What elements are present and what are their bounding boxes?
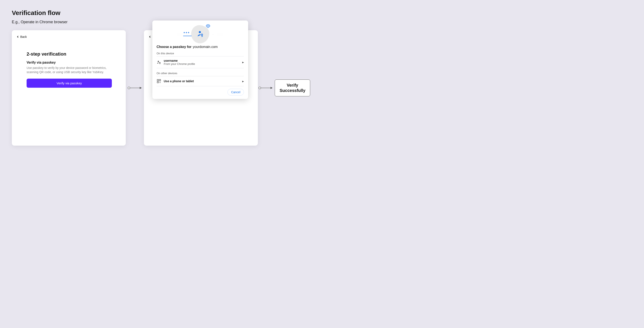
passkey-option-subtitle: From your Chrome profile [164, 62, 195, 66]
passkey-option-phone-or-tablet[interactable]: Use a phone or tablet ▸ [156, 76, 244, 86]
svg-rect-17 [160, 82, 160, 83]
passkey-dialog-title: Choose a passkey for yourdomain.com [156, 45, 244, 49]
result-line1: Verify [280, 83, 305, 88]
result-chip: Verify Successfully [275, 79, 310, 96]
passkey-option-title: Use a phone or tablet [164, 79, 194, 83]
svg-rect-14 [160, 82, 160, 82]
result-line2: Successfully [280, 88, 305, 93]
passkey-domain: yourdomain.com [193, 45, 218, 49]
chevron-right-icon: ▸ [242, 60, 244, 64]
back-label: Back [20, 35, 27, 39]
svg-marker-2 [140, 87, 142, 89]
svg-rect-12 [159, 79, 160, 81]
verification-flow-diagram: Verification flow E.g., Operate in Chrom… [0, 0, 322, 164]
svg-rect-15 [160, 82, 160, 82]
passkey-option-chrome-profile[interactable]: username From your Chrome profile ▸ [156, 56, 244, 68]
flow-row: Back 2-step verification Verify via pass… [12, 30, 310, 146]
passkey-group-other-devices: On other devices [156, 72, 244, 75]
svg-point-7 [158, 61, 159, 62]
step1-heading: 2-step verification [26, 51, 111, 57]
person-key-icon [156, 60, 161, 65]
step-card-2-stack: Back ············· ·· *** [144, 30, 256, 146]
svg-rect-11 [157, 79, 158, 81]
chevron-left-icon [17, 35, 19, 39]
qr-code-icon [156, 79, 161, 83]
cancel-button[interactable]: Cancel [228, 89, 244, 96]
svg-point-3 [199, 31, 201, 33]
back-link[interactable]: Back [17, 35, 27, 39]
svg-point-0 [128, 87, 130, 89]
svg-point-18 [259, 87, 261, 89]
passkey-title-prefix: Choose a passkey for [156, 45, 192, 49]
svg-point-8 [160, 62, 160, 63]
underline-icon [183, 36, 192, 36]
asterisks-icon: *** [184, 32, 190, 35]
page-title: Verification flow [12, 9, 310, 17]
svg-marker-20 [270, 87, 272, 89]
passkey-option-title: username [164, 59, 195, 62]
person-key-icon [196, 30, 204, 39]
chevron-right-icon: ▸ [242, 79, 244, 83]
step-card-1: Back 2-step verification Verify via pass… [12, 30, 126, 146]
chevron-left-icon [149, 35, 151, 39]
fingerprint-icon [205, 24, 211, 29]
flow-connector-2 [258, 86, 273, 89]
svg-point-4 [201, 34, 203, 36]
passkey-dialog: ············· ·· *** [152, 21, 248, 99]
step1-subheading: Verify via passkey [26, 61, 111, 64]
svg-rect-13 [157, 82, 158, 83]
verify-via-passkey-button[interactable]: Verify via passkey [26, 79, 112, 88]
flow-connector-1 [128, 86, 142, 89]
passkey-group-this-device: On this device [156, 52, 244, 55]
step1-description: Use passkey to verify by your device pas… [26, 66, 111, 74]
passkey-illustration: ············· ·· *** [156, 25, 244, 44]
svg-rect-16 [160, 82, 160, 83]
passkey-blob-icon: *** [191, 25, 209, 43]
